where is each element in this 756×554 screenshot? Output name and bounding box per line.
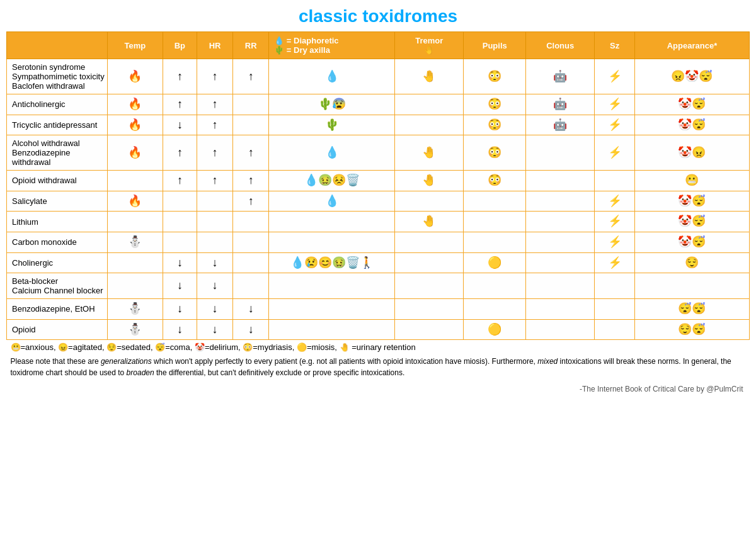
cell-clonus bbox=[526, 273, 595, 299]
cell-rr: ↓ bbox=[233, 319, 269, 340]
cell-tremor: 🤚 bbox=[395, 171, 464, 191]
cell-diaphoretic: 💧 bbox=[269, 191, 395, 212]
cell-rr bbox=[233, 232, 269, 252]
header-row: Temp Bp HR RR 💧 = Diaphoretic 🌵 = Dry ax… bbox=[7, 32, 750, 59]
cell-temp: ⛄ bbox=[108, 232, 163, 252]
cell-tremor bbox=[395, 299, 464, 320]
cell-appearance: 😴😴 bbox=[634, 299, 749, 320]
cell-pupils bbox=[464, 212, 526, 232]
cell-bp: ↓ bbox=[163, 252, 197, 273]
table-row: Alcohol withdrawalBenzodiazepine withdra… bbox=[7, 135, 750, 171]
cell-diaphoretic: 🌵 bbox=[269, 115, 395, 135]
cell-diaphoretic bbox=[269, 232, 395, 252]
cell-temp: ⛄ bbox=[108, 319, 163, 340]
col-temp: Temp bbox=[108, 32, 163, 59]
cell-temp bbox=[108, 273, 163, 299]
cell-pupils bbox=[464, 299, 526, 320]
cell-bp: ↓ bbox=[163, 299, 197, 320]
cell-diaphoretic: 💧 bbox=[269, 59, 395, 94]
table-row: Cholinergic↓↓💧😢😊🤢🗑️🚶🟡⚡😌 bbox=[7, 252, 750, 273]
cell-appearance: 🤡😴 bbox=[634, 191, 749, 212]
table-row: Beta-blockerCalcium Channel blocker↓↓ bbox=[7, 273, 750, 299]
cell-pupils bbox=[464, 191, 526, 212]
cell-clonus bbox=[526, 299, 595, 320]
cell-sz: ⚡ bbox=[595, 232, 635, 252]
cell-pupils: 🟡 bbox=[464, 252, 526, 273]
cell-clonus bbox=[526, 232, 595, 252]
cell-rr: ↑ bbox=[233, 191, 269, 212]
cell-temp bbox=[108, 171, 163, 191]
cell-clonus: 🤖 bbox=[526, 59, 595, 94]
cell-diaphoretic: 💧🤢😣🗑️ bbox=[269, 171, 395, 191]
cell-diaphoretic: 💧😢😊🤢🗑️🚶 bbox=[269, 252, 395, 273]
table-row: Lithium🤚⚡🤡😴 bbox=[7, 212, 750, 232]
col-appearance: Appearance* bbox=[634, 32, 749, 59]
cell-diaphoretic bbox=[269, 319, 395, 340]
table-row: Opioid⛄↓↓↓🟡😌😴 bbox=[7, 319, 750, 340]
syndrome-name: Alcohol withdrawalBenzodiazepine withdra… bbox=[7, 135, 108, 171]
table-row: Serotonin syndromeSympathomimetic toxici… bbox=[7, 59, 750, 94]
syndrome-name: Opioid bbox=[7, 319, 108, 340]
col-hr: HR bbox=[197, 32, 233, 59]
cell-sz: ⚡ bbox=[595, 135, 635, 171]
cell-hr bbox=[197, 232, 233, 252]
syndrome-name: Salicylate bbox=[7, 191, 108, 212]
cell-clonus bbox=[526, 191, 595, 212]
cell-hr: ↓ bbox=[197, 273, 233, 299]
cell-appearance: 😬 bbox=[634, 171, 749, 191]
cell-sz: ⚡ bbox=[595, 212, 635, 232]
cell-clonus bbox=[526, 135, 595, 171]
cell-temp: 🔥 bbox=[108, 191, 163, 212]
cell-pupils: 😳 bbox=[464, 171, 526, 191]
cell-temp: 🔥 bbox=[108, 115, 163, 135]
cell-hr: ↓ bbox=[197, 252, 233, 273]
col-bp: Bp bbox=[163, 32, 197, 59]
cell-sz: ⚡ bbox=[595, 191, 635, 212]
footer-legend: 😬=anxious, 😠=agitated, 😌=sedated, 😴=coma… bbox=[7, 340, 750, 355]
cell-clonus: 🤖 bbox=[526, 115, 595, 135]
col-tremor: Tremor 🤚 bbox=[395, 32, 464, 59]
syndrome-name: Carbon monoxide bbox=[7, 232, 108, 252]
table-row: Anticholinergic🔥↑↑🌵😰😳🤖⚡🤡😴 bbox=[7, 94, 750, 115]
tremor-label: Tremor bbox=[415, 36, 443, 45]
page-title: classic toxidromes bbox=[6, 6, 750, 26]
cell-pupils bbox=[464, 232, 526, 252]
cell-pupils: 😳 bbox=[464, 59, 526, 94]
cell-rr bbox=[233, 115, 269, 135]
cell-bp: ↓ bbox=[163, 319, 197, 340]
cell-rr bbox=[233, 252, 269, 273]
col-rr: RR bbox=[233, 32, 269, 59]
footer-note1-row: Please note that these are generalizatio… bbox=[7, 354, 750, 380]
cell-appearance: 🤡😴 bbox=[634, 212, 749, 232]
syndrome-name: Serotonin syndromeSympathomimetic toxici… bbox=[7, 59, 108, 94]
cell-hr: ↑ bbox=[197, 171, 233, 191]
syndrome-name: Lithium bbox=[7, 212, 108, 232]
cell-appearance: 🤡😠 bbox=[634, 135, 749, 171]
cell-tremor bbox=[395, 252, 464, 273]
col-sz: Sz bbox=[595, 32, 635, 59]
cell-bp: ↑ bbox=[163, 171, 197, 191]
cell-appearance: 🤡😴 bbox=[634, 94, 749, 115]
cell-tremor: 🤚 bbox=[395, 212, 464, 232]
syndrome-name: Cholinergic bbox=[7, 252, 108, 273]
cell-diaphoretic: 🌵😰 bbox=[269, 94, 395, 115]
cell-appearance bbox=[634, 273, 749, 299]
cell-rr: ↑ bbox=[233, 59, 269, 94]
cell-temp: ⛄ bbox=[108, 299, 163, 320]
syndrome-name: Anticholinergic bbox=[7, 94, 108, 115]
cell-pupils: 😳 bbox=[464, 94, 526, 115]
cell-appearance: 🤡😴 bbox=[634, 232, 749, 252]
cell-clonus bbox=[526, 252, 595, 273]
cell-pupils: 🟡 bbox=[464, 319, 526, 340]
dry-axilla-label: 🌵 = Dry axilla bbox=[274, 45, 330, 55]
table-row: Salicylate🔥↑💧⚡🤡😴 bbox=[7, 191, 750, 212]
cell-hr: ↓ bbox=[197, 299, 233, 320]
cell-tremor bbox=[395, 232, 464, 252]
syndrome-name: Tricyclic antidepressant bbox=[7, 115, 108, 135]
cell-diaphoretic bbox=[269, 299, 395, 320]
cell-tremor: 🤚 bbox=[395, 135, 464, 171]
footer-credit: -The Internet Book of Critical Care by @… bbox=[7, 380, 750, 396]
cell-clonus: 🤖 bbox=[526, 94, 595, 115]
cell-tremor bbox=[395, 115, 464, 135]
cell-hr: ↑ bbox=[197, 135, 233, 171]
